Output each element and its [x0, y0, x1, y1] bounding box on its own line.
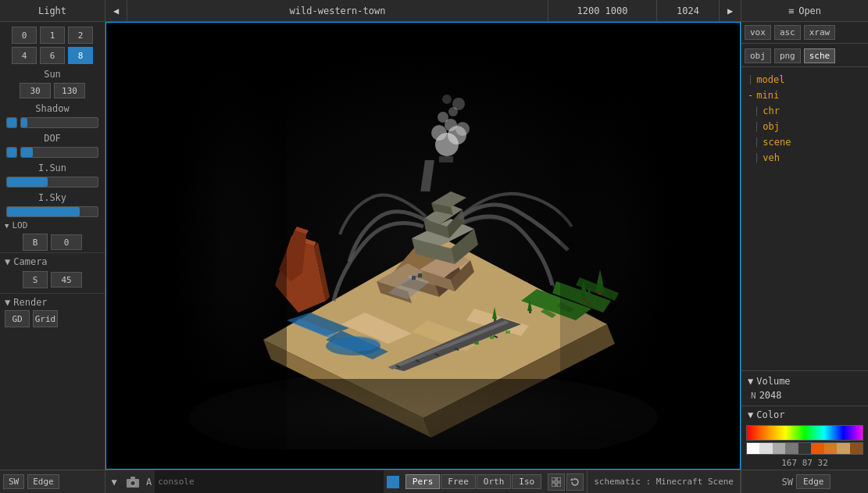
left-panel: 0 1 2 4 6 8 Sun Shadow DOF — [0, 22, 105, 470]
volume-label: Volume — [756, 376, 790, 387]
swatch-orange1[interactable] — [811, 443, 823, 454]
tree-label-mini: mini — [756, 90, 779, 101]
svg-rect-76 — [412, 276, 416, 280]
bottom-edge-btn[interactable]: Edge — [796, 474, 831, 489]
edge-btn[interactable]: Edge — [27, 474, 59, 489]
render-header: ▼ Render — [5, 297, 100, 308]
tab-png[interactable]: png — [774, 48, 801, 63]
volume-triangle: ▼ — [748, 376, 753, 387]
tree-pipe-chr: | — [754, 105, 759, 116]
reset-view-btn[interactable] — [566, 473, 584, 491]
tab-xraw[interactable]: xraw — [804, 25, 836, 40]
camera-label: Camera — [13, 256, 47, 267]
num-btn-0[interactable]: 0 — [12, 27, 37, 44]
shadow-slider-container — [0, 116, 105, 130]
color-section: ▼ Color 167 87 32 — [741, 405, 868, 470]
shadow-slider-small[interactable] — [6, 117, 17, 128]
top-bar-arrow-left[interactable]: ◀ — [105, 0, 127, 21]
svg-point-55 — [442, 95, 452, 104]
swatch-tan[interactable] — [837, 443, 849, 454]
console-input[interactable] — [155, 470, 384, 493]
view-orth-btn[interactable]: Orth — [477, 474, 512, 489]
top-bar-open[interactable]: ≡ Open — [741, 5, 868, 16]
svg-rect-88 — [557, 483, 561, 487]
camera-val[interactable] — [51, 272, 82, 288]
num-btn-4[interactable]: 4 — [12, 47, 37, 64]
swatch-lgray[interactable] — [759, 443, 772, 454]
dof-slider[interactable] — [20, 147, 98, 158]
tree-pipe-obj: | — [754, 121, 759, 132]
tree-item-model[interactable]: | model — [741, 72, 868, 88]
swatch-orange2[interactable] — [824, 443, 837, 454]
shadow-slider[interactable] — [20, 117, 98, 128]
lod-b-btn[interactable]: B — [23, 234, 48, 251]
svg-rect-85 — [552, 477, 555, 481]
tree-label-scene: scene — [763, 137, 791, 148]
tab-vox[interactable]: vox — [745, 25, 771, 40]
render-grid-btn[interactable]: Grid — [33, 310, 58, 327]
tab-obj[interactable]: obj — [745, 48, 771, 63]
grid-icon — [552, 477, 561, 487]
lod-val[interactable] — [51, 234, 82, 250]
grid-view-btn[interactable] — [548, 473, 565, 491]
color-rgb-display: 167 87 32 — [741, 456, 868, 470]
top-bar-num: 1024 — [657, 0, 720, 21]
tree-item-mini[interactable]: - mini — [741, 88, 868, 103]
view-free-btn[interactable]: Free — [441, 474, 476, 489]
camera-s-btn[interactable]: S — [23, 271, 48, 288]
blue-square-indicator — [387, 476, 399, 488]
isun-slider[interactable] — [6, 177, 98, 188]
svg-rect-71 — [505, 330, 510, 334]
render-gd-btn[interactable]: GD — [5, 310, 30, 327]
svg-point-54 — [452, 98, 465, 110]
sun-label: Sun — [0, 66, 105, 81]
sw-btn[interactable]: SW — [3, 474, 24, 489]
dof-slider-small[interactable] — [6, 147, 17, 158]
num-btn-2[interactable]: 2 — [68, 27, 93, 44]
swatch-white[interactable] — [747, 443, 759, 454]
num-btn-6[interactable]: 6 — [40, 47, 65, 64]
menu-icon: ≡ — [788, 5, 794, 16]
num-btn-row-2: 4 6 8 — [0, 45, 105, 66]
tab-asc[interactable]: asc — [774, 25, 801, 40]
tree-item-veh[interactable]: | veh — [741, 150, 868, 166]
camera-btn[interactable] — [123, 477, 143, 488]
color-header: ▼ Color — [741, 406, 868, 423]
tree-container: | model - mini | chr | obj | scene | veh — [741, 72, 868, 166]
swatch-black[interactable] — [798, 443, 811, 454]
sun-val2[interactable] — [54, 83, 85, 98]
tree-item-scene[interactable]: | scene — [741, 134, 868, 150]
bottom-arrow-btn[interactable]: ▼ — [105, 477, 123, 488]
top-bar: Light ◀ wild-western-town 1200 1000 1024… — [0, 0, 868, 22]
swatch-brown[interactable] — [850, 443, 863, 454]
camera-icon — [127, 477, 139, 488]
viewport[interactable] — [105, 22, 741, 470]
tree-pipe-scene: | — [754, 137, 759, 148]
svg-rect-46 — [439, 156, 453, 163]
tree-item-chr[interactable]: | chr — [741, 103, 868, 119]
sun-val1[interactable] — [20, 83, 51, 98]
swatch-gray[interactable] — [773, 443, 785, 454]
tree-label-model: model — [756, 74, 784, 85]
isun-label: I.Sun — [0, 159, 105, 175]
top-bar-arrow-right[interactable]: ▶ — [720, 0, 741, 21]
svg-point-49 — [431, 125, 447, 141]
volume-row: N 2048 — [745, 388, 865, 402]
tab-sche[interactable]: sche — [804, 48, 836, 63]
svg-rect-87 — [552, 483, 555, 487]
tree-item-obj[interactable]: | obj — [741, 119, 868, 134]
top-bar-left: Light — [0, 0, 105, 21]
num-btn-1[interactable]: 1 — [40, 27, 65, 44]
bottom-bar: SW Edge ▼ A Pers Free Orth Iso — [0, 470, 868, 493]
dof-slider-container — [0, 145, 105, 159]
color-gradient[interactable] — [746, 425, 863, 441]
swatch-dgray[interactable] — [785, 443, 798, 454]
num-btn-8[interactable]: 8 — [68, 47, 93, 64]
view-pers-btn[interactable]: Pers — [405, 474, 441, 489]
bottom-status: schematic : Minecraft Scene — [587, 470, 741, 493]
tree-minus-1: - — [748, 90, 753, 101]
volume-header: ▼ Volume — [745, 374, 865, 388]
main-content: 0 1 2 4 6 8 Sun Shadow DOF — [0, 22, 868, 470]
isky-slider[interactable] — [6, 206, 98, 217]
view-iso-btn[interactable]: Iso — [512, 474, 541, 489]
